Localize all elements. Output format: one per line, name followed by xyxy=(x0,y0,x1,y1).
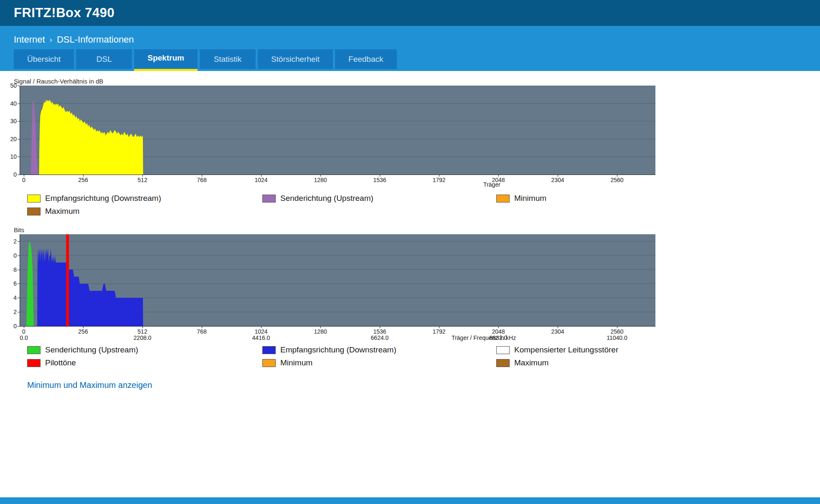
legend-item: Kompensierter Leitungsstörer xyxy=(496,345,820,355)
legend-item: Senderichtung (Upstream) xyxy=(262,193,496,203)
x-axis-title: Träger xyxy=(483,181,500,188)
bits-chart-block: Bits 0246802 025651276810241280153617922… xyxy=(0,226,820,341)
legend-label: Maximum xyxy=(45,207,79,216)
legend-label: Senderichtung (Upstream) xyxy=(45,345,138,355)
legend-item: Empfangsrichtung (Downstream) xyxy=(27,193,262,203)
y-tick-label: 40 xyxy=(10,101,17,106)
legend-label: Senderichtung (Upstream) xyxy=(280,194,373,203)
snr-legend: Empfangsrichtung (Downstream) Sendericht… xyxy=(27,193,820,216)
y-tick-label: 0 xyxy=(13,323,17,329)
legend-item: Maximum xyxy=(27,206,262,216)
y-tick-label: 8 xyxy=(13,267,17,273)
legend-label: Pilottöne xyxy=(45,358,76,367)
y-tick-label: 2 xyxy=(13,238,17,244)
y-tick-label: 2 xyxy=(13,309,17,315)
minimum-swatch xyxy=(262,359,276,367)
legend-label: Empfangsrichtung (Downstream) xyxy=(45,194,161,203)
nav-band: Internet › DSL-Informationen Übersicht D… xyxy=(0,26,820,71)
tab-feedback[interactable]: Feedback xyxy=(335,49,396,69)
compensated-disturber-swatch xyxy=(496,346,510,354)
x-freq-label: 11040.0 xyxy=(607,334,627,341)
app-title: FRITZ!Box 7490 xyxy=(14,5,114,20)
legend-item: Maximum xyxy=(496,358,820,368)
breadcrumb-section[interactable]: Internet xyxy=(14,34,45,45)
bits-legend: Senderichtung (Upstream) Empfangsrichtun… xyxy=(27,345,820,368)
breadcrumb: Internet › DSL-Informationen xyxy=(0,26,820,45)
tab-statistik[interactable]: Statistik xyxy=(200,49,256,69)
breadcrumb-page: DSL-Informationen xyxy=(57,34,134,45)
x-axis-title: Träger / Frequenz in kHz xyxy=(452,334,516,341)
bits-chart-title: Bits xyxy=(14,226,820,234)
upstream-swatch xyxy=(27,346,41,354)
tab-spektrum[interactable]: Spektrum xyxy=(134,49,198,71)
legend-item: Empfangsrichtung (Downstream) xyxy=(262,345,496,355)
downstream-swatch xyxy=(27,195,41,203)
x-freq-label: 4416.0 xyxy=(252,334,270,341)
x-freq-label: 2208.0 xyxy=(134,334,152,341)
legend-item: Minimum xyxy=(262,358,496,368)
bits-y-axis: 0246802 xyxy=(0,234,20,327)
maximum-swatch xyxy=(27,208,41,215)
upstream-swatch xyxy=(262,195,276,203)
y-tick-label: 10 xyxy=(10,154,17,160)
legend-label: Maximum xyxy=(514,358,548,367)
snr-x-axis-label-row: Träger xyxy=(20,182,655,189)
y-tick-label: 0 xyxy=(13,172,17,177)
snr-plot xyxy=(20,86,655,175)
snr-x-axis: 02565127681024128015361792204823042560 xyxy=(20,175,655,182)
tab-bar: Übersicht DSL Spektrum Statistik Störsic… xyxy=(14,49,397,71)
y-tick-label: 20 xyxy=(10,136,17,142)
snr-chart-block: Signal / Rausch-Verhältnis in dB 0102030… xyxy=(0,78,820,189)
show-min-max-link[interactable]: Minimum und Maximum anzeigen xyxy=(27,380,152,390)
downstream-swatch xyxy=(262,346,276,354)
chevron-right-icon: › xyxy=(50,35,52,44)
y-tick-label: 6 xyxy=(13,281,17,286)
snr-chart-canvas xyxy=(20,86,655,175)
snr-y-axis: 01020304050 xyxy=(0,86,20,175)
tab-stoersicherheit[interactable]: Störsicherheit xyxy=(258,49,333,69)
app-header: FRITZ!Box 7490 xyxy=(0,0,820,26)
maximum-swatch xyxy=(496,359,510,367)
bits-plot xyxy=(20,234,655,327)
y-tick-label: 4 xyxy=(13,295,17,301)
legend-label: Kompensierter Leitungsstörer xyxy=(514,345,618,355)
legend-item: Pilottöne xyxy=(27,358,262,368)
x-freq-label: 0.0 xyxy=(20,334,28,341)
legend-label: Minimum xyxy=(514,194,546,203)
tab-uebersicht[interactable]: Übersicht xyxy=(14,49,74,69)
legend-label: Minimum xyxy=(280,358,312,367)
y-tick-label: 0 xyxy=(13,253,17,258)
pilot-tones-swatch xyxy=(27,359,41,367)
legend-item: Senderichtung (Upstream) xyxy=(27,345,262,355)
snr-chart-title: Signal / Rausch-Verhältnis in dB xyxy=(14,78,820,85)
x-freq-label: 6624.0 xyxy=(371,334,389,341)
bits-x-axis: 02565127681024128015361792204823042560 xyxy=(20,327,655,334)
tab-dsl[interactable]: DSL xyxy=(76,49,132,69)
y-tick-label: 30 xyxy=(10,118,17,124)
legend-item: Minimum xyxy=(496,193,820,203)
bits-chart-canvas xyxy=(20,234,655,326)
bits-x-axis-freq-row: 0.02208.04416.06624.08832.011040.0Träger… xyxy=(20,334,655,341)
minimum-swatch xyxy=(496,195,510,203)
bottom-section-bar xyxy=(0,497,820,504)
legend-label: Empfangsrichtung (Downstream) xyxy=(280,345,396,355)
